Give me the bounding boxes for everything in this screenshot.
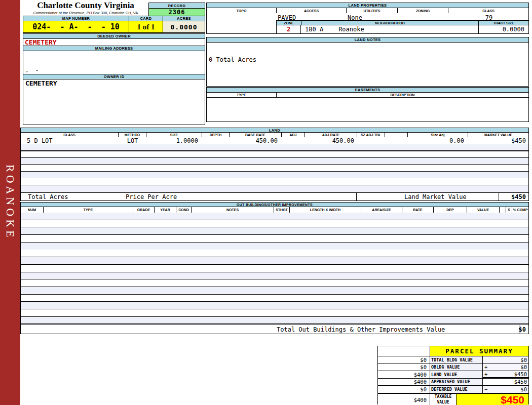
ob-col-blank <box>500 207 506 213</box>
out-buildings-total-row: Total Out Buildings & Other Improvements… <box>20 325 529 334</box>
land-col-adj: ADJ <box>282 133 305 137</box>
summary-row-deferred: $0 DEFERRED VALUE − $0 <box>378 385 528 392</box>
row-value: $0 <box>520 357 527 363</box>
topo-column-header: TOPO <box>207 8 277 13</box>
record-value: 2306 <box>148 8 205 16</box>
property-record-card: ROANOKE Charlotte County Virginia Commis… <box>0 0 532 405</box>
access-column-header: ACCESS <box>277 8 347 13</box>
neighborhood-name: Roanoke <box>338 26 364 33</box>
sidebar-county-label: ROANOKE <box>0 147 20 258</box>
out-buildings-empty-rows <box>20 213 529 325</box>
ob-col-area-size: AREA/SIZE <box>361 207 402 213</box>
total-acres-label: Total Acres <box>28 193 68 200</box>
land-col-method: METHOD <box>119 133 146 137</box>
prior-value: $400 <box>378 371 430 378</box>
row-label: TOTAL BLDG VALUE <box>430 356 483 363</box>
land-table-data-row: 5 D LOT LOT 1.0000 450.00 450.00 0.00 $4… <box>20 137 529 144</box>
land-col-market-value: MARKET VALUE <box>468 133 528 137</box>
divider <box>356 193 357 200</box>
summary-row-total-bldg: $0 TOTAL BLDG VALUE $0 <box>378 356 528 363</box>
tract-size-value: 0.0000 <box>503 26 524 33</box>
row-value: $0 <box>520 386 527 392</box>
page-title: Charlotte County Virginia <box>23 1 148 11</box>
price-per-acre-label: Price Per Acre <box>126 193 177 200</box>
owner-panel-empty-box <box>23 87 205 125</box>
divider <box>499 193 499 200</box>
row-value-cell: − $0 <box>483 386 528 392</box>
land-col-base-rate: BASE RATE <box>230 133 282 137</box>
land-col-depth: DEPTH <box>202 133 230 137</box>
land-market-value-label: Land Market Value <box>404 193 467 200</box>
row-value-cell: + $0 <box>483 363 528 370</box>
land-row-size-adj: 0.00 <box>408 137 468 144</box>
land-row-method: LOT <box>119 137 146 144</box>
card-value: 1 of 1 <box>129 21 163 33</box>
zone-value: 2 <box>276 25 301 34</box>
ob-col-cond: COND <box>176 207 192 213</box>
tract-size-header: TRACT SIZE <box>479 21 528 25</box>
land-col-sz-adj-tbl: SZ ADJ TBL <box>357 133 385 137</box>
parcel-summary-header-blank <box>378 346 430 356</box>
prior-value: $0 <box>378 363 430 370</box>
land-col-blank <box>385 133 408 137</box>
land-col-size: SIZE <box>146 133 202 137</box>
row-value: $450 <box>514 371 527 377</box>
row-value-cell: $0 <box>483 356 528 363</box>
row-label: OBLDG VALUE <box>430 363 483 370</box>
ob-col-num: NUM <box>21 207 44 213</box>
land-row-base-rate: 450.00 <box>230 137 282 144</box>
row-value-cell: $450 <box>483 379 528 385</box>
ob-col-length-width: LENGTH X WIDTH <box>290 207 361 213</box>
summary-row-taxable: $400 TAXABLE VALUE $450 <box>378 393 528 405</box>
acres-value: 0.0000 <box>163 21 205 33</box>
parcel-summary-header-row: PARCEL SUMMARY <box>378 346 528 356</box>
land-row-market-value: $450 <box>468 137 528 144</box>
neighborhood-cell: 180 A Roanoke <box>301 25 478 34</box>
taxable-value-cell: $450 <box>457 394 528 405</box>
taxable-prior-value: $400 <box>378 394 430 405</box>
neighborhood-code: 180 A <box>305 26 323 33</box>
easements-box <box>206 97 529 122</box>
land-col-size-adj: Size Adj <box>408 133 468 137</box>
mailing-address-value: , - <box>25 67 39 73</box>
land-market-value: $450 <box>511 193 526 200</box>
owner-id-value: CEMETERY <box>23 79 205 87</box>
ob-col-pct-comp: % COMP <box>512 207 528 213</box>
land-col-adj-rate: ADJ RATE <box>305 133 357 137</box>
row-value: $450 <box>514 379 527 385</box>
summary-row-obldg: $0 OBLDG VALUE + $0 <box>378 363 528 370</box>
ob-col-type: TYPE <box>44 207 133 213</box>
land-col-class: CLASS <box>21 133 119 137</box>
map-number-value: 024- - A- - - 10 <box>23 21 129 33</box>
prior-value: $0 <box>378 386 430 392</box>
row-operator: + <box>484 371 487 377</box>
page-subtitle: Commissioner of the Revenue, PO Box 308,… <box>23 11 148 15</box>
ob-col-s: S <box>506 207 512 213</box>
ob-col-rate: RATE <box>402 207 434 213</box>
prior-value: $400 <box>378 379 430 385</box>
mailing-address-box: , - <box>23 51 205 74</box>
taxable-label: TAXABLE VALUE <box>430 394 457 405</box>
out-buildings-total-value: $0 <box>519 326 526 333</box>
class-column-header: CLASS <box>448 8 528 13</box>
land-notes-box: 0 Total Acres <box>206 42 529 87</box>
row-label: APPRAISED VALUE <box>430 379 483 385</box>
row-operator: − <box>484 386 487 392</box>
ob-col-year: YEAR <box>155 207 176 213</box>
parcel-summary-table: PARCEL SUMMARY $0 TOTAL BLDG VALUE $0 $0… <box>377 346 529 404</box>
zone-header: ZONE <box>277 21 301 25</box>
tract-size-value-cell: 0.0000 <box>478 25 529 34</box>
ob-col-sthgt: STHGT <box>274 207 290 213</box>
land-row-class: 5 D LOT <box>21 137 119 144</box>
summary-row-land: $400 LAND VALUE + $450 <box>378 371 528 378</box>
zoning-column-header: ZONING <box>398 8 448 13</box>
row-operator: + <box>484 364 487 370</box>
land-row-adj-rate: 450.00 <box>305 137 357 144</box>
out-buildings-total-label: Total Out Buildings & Other Improvements… <box>277 326 445 333</box>
parcel-summary-title: PARCEL SUMMARY <box>430 346 528 356</box>
land-totals-row: Total Acres Price Per Acre Land Market V… <box>20 192 529 201</box>
zone-values-row: 2 180 A Roanoke 0.0000 <box>276 25 529 34</box>
deeded-owner-value: CEMETERY <box>23 38 205 46</box>
ob-col-value: VALUE <box>467 207 500 213</box>
neighborhood-header: NEIGHBORHOOD <box>301 21 479 25</box>
